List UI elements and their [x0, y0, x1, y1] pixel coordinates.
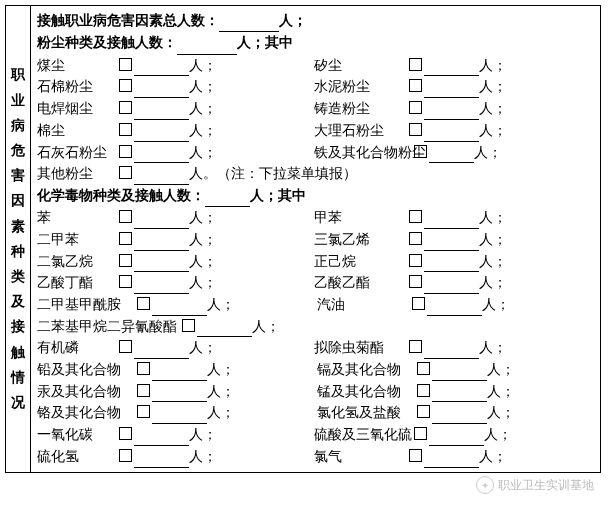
blank[interactable] [429, 148, 474, 163]
checkbox-icon[interactable] [119, 210, 132, 223]
checkbox-icon[interactable] [417, 384, 430, 397]
checkbox-icon[interactable] [182, 319, 195, 332]
blank[interactable] [197, 322, 252, 337]
blank-dust[interactable] [177, 40, 237, 55]
checkbox-icon[interactable] [137, 297, 150, 310]
item-value: 人； [119, 55, 314, 77]
item-label: 棉尘 [37, 120, 119, 142]
blank[interactable] [424, 83, 479, 98]
item-label: 乙酸丁酯 [37, 272, 119, 294]
blank[interactable] [134, 127, 189, 142]
blank[interactable] [134, 170, 189, 185]
blank[interactable] [424, 279, 479, 294]
blank[interactable] [134, 214, 189, 229]
item-label: 二甲基甲酰胺 [37, 294, 137, 316]
blank[interactable] [134, 431, 189, 446]
checkbox-icon[interactable] [119, 275, 132, 288]
checkbox-icon[interactable] [409, 123, 422, 136]
item-label: 大理石粉尘 [314, 120, 409, 142]
blank[interactable] [432, 387, 487, 402]
blank[interactable] [424, 453, 479, 468]
blank[interactable] [429, 431, 484, 446]
item-label: 苯 [37, 207, 119, 229]
checkbox-icon[interactable] [119, 58, 132, 71]
checkbox-icon[interactable] [119, 232, 132, 245]
checkbox-icon[interactable] [119, 145, 132, 158]
checkbox-icon[interactable] [119, 101, 132, 114]
side-heading: 职业病危害因素种类及接触情况 [6, 6, 31, 472]
item-value: 人； [137, 402, 317, 424]
item-label: 汞及其化合物 [37, 381, 137, 403]
side-char: 触 [11, 340, 25, 365]
blank[interactable] [427, 301, 482, 316]
checkbox-icon[interactable] [409, 79, 422, 92]
checkbox-icon[interactable] [417, 405, 430, 418]
blank[interactable] [424, 214, 479, 229]
checkbox-icon[interactable] [119, 254, 132, 267]
form-row: 二甲苯人；三氯乙烯人； [37, 229, 594, 251]
form-row: 二氯乙烷人；正己烷人； [37, 251, 594, 273]
blank[interactable] [424, 105, 479, 120]
checkbox-icon[interactable] [414, 427, 427, 440]
checkbox-icon[interactable] [409, 275, 422, 288]
blank[interactable] [424, 344, 479, 359]
blank[interactable] [424, 236, 479, 251]
blank[interactable] [424, 127, 479, 142]
checkbox-icon[interactable] [409, 340, 422, 353]
blank-chem[interactable] [205, 192, 250, 207]
checkbox-icon[interactable] [119, 166, 132, 179]
watermark: ✦ 职业卫生实训基地 [476, 476, 594, 478]
checkbox-icon[interactable] [417, 362, 430, 375]
side-char: 危 [11, 138, 25, 163]
item-value: 人； [409, 272, 507, 294]
dust-other-row: 其他粉尘 人。（注：下拉菜单填报） [37, 163, 594, 185]
checkbox-icon[interactable] [412, 297, 425, 310]
checkbox-icon[interactable] [119, 123, 132, 136]
blank[interactable] [134, 453, 189, 468]
chem-single-row: 二苯基甲烷二异氰酸酯 人； [37, 316, 594, 338]
blank[interactable] [152, 301, 207, 316]
item-label: 铁及其化合物粉尘 [314, 142, 414, 164]
checkbox-icon[interactable] [409, 210, 422, 223]
blank[interactable] [134, 344, 189, 359]
blank[interactable] [432, 409, 487, 424]
checkbox-icon[interactable] [409, 58, 422, 71]
blank[interactable] [424, 61, 479, 76]
blank[interactable] [134, 61, 189, 76]
side-char: 况 [11, 390, 25, 415]
checkbox-icon[interactable] [119, 449, 132, 462]
checkbox-icon[interactable] [414, 145, 427, 158]
checkbox-icon[interactable] [119, 79, 132, 92]
checkbox-icon[interactable] [409, 232, 422, 245]
item-value: 人； [409, 120, 507, 142]
blank[interactable] [134, 236, 189, 251]
blank[interactable] [134, 257, 189, 272]
item-label: 一氧化碳 [37, 424, 119, 446]
side-char: 情 [11, 365, 25, 390]
blank[interactable] [152, 387, 207, 402]
chem-section-a: 苯人；甲苯人；二甲苯人；三氯乙烯人；二氯乙烷人；正己烷人；乙酸丁酯人；乙酸乙酯人… [37, 207, 594, 315]
checkbox-icon[interactable] [137, 405, 150, 418]
blank[interactable] [134, 279, 189, 294]
item-label: 拟除虫菊酯 [314, 337, 409, 359]
checkbox-icon[interactable] [119, 427, 132, 440]
item-label: 铬及其化合物 [37, 402, 137, 424]
blank-total[interactable] [219, 17, 279, 32]
blank[interactable] [134, 148, 189, 163]
form-row: 棉尘人；大理石粉尘人； [37, 120, 594, 142]
checkbox-icon[interactable] [409, 449, 422, 462]
blank[interactable] [134, 83, 189, 98]
blank[interactable] [424, 257, 479, 272]
item-value: 人； [417, 381, 515, 403]
checkbox-icon[interactable] [137, 362, 150, 375]
checkbox-icon[interactable] [409, 254, 422, 267]
item-label: 硫化氢 [37, 446, 119, 468]
blank[interactable] [152, 366, 207, 381]
checkbox-icon[interactable] [137, 384, 150, 397]
blank[interactable] [432, 366, 487, 381]
side-char: 素 [11, 214, 25, 239]
blank[interactable] [152, 409, 207, 424]
blank[interactable] [134, 105, 189, 120]
checkbox-icon[interactable] [119, 340, 132, 353]
checkbox-icon[interactable] [409, 101, 422, 114]
